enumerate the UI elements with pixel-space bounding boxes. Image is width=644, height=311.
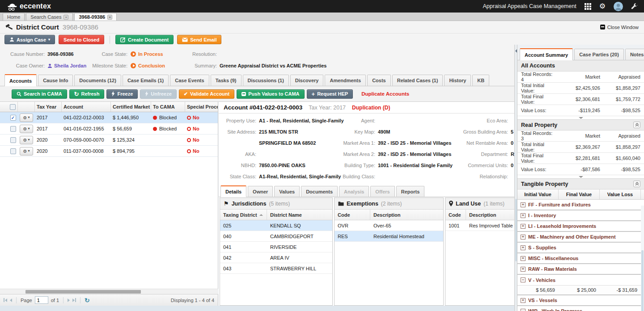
expand-icon[interactable]: + (521, 224, 525, 229)
tab-case-parties[interactable]: Case Parties (20) (574, 49, 624, 60)
account-row[interactable]: ⚙▾ 2020 070-059-000-0070 $ 125,324 No (0, 134, 218, 146)
scrollbar-thumb[interactable] (25, 290, 141, 294)
tab-documents[interactable]: Documents (12) (74, 75, 121, 86)
subtab-analysis[interactable]: Analysis (339, 186, 369, 197)
scrollbar-thumb[interactable] (515, 199, 517, 261)
wrench-icon[interactable] (631, 3, 638, 10)
row-actions-button[interactable]: ⚙▾ (20, 125, 33, 133)
col-header-tax-year[interactable]: Tax Year (35, 102, 62, 112)
col-header-value-loss[interactable]: Value Loss (600, 189, 641, 199)
expand-icon[interactable]: + (521, 245, 525, 250)
prev-page-button[interactable] (10, 298, 12, 302)
land-use-row[interactable]: 1001Res Improved Table Va (445, 220, 514, 231)
col-header-code[interactable]: Code (335, 210, 370, 220)
user-avatar[interactable] (614, 2, 623, 11)
jurisdiction-row[interactable]: 043STRAWBERRY HILL (220, 263, 332, 274)
validate-account-button[interactable]: ✔ Validate Account (179, 89, 234, 99)
exemption-row[interactable]: OVROver-65 (335, 220, 443, 231)
refresh-button[interactable]: ↻ Refresh (69, 89, 105, 99)
col-header-district-name[interactable]: District Name (267, 210, 332, 220)
last-page-button[interactable] (72, 298, 76, 302)
row-actions-button[interactable]: ⚙▾ (20, 136, 33, 144)
subtab-details[interactable]: Details (220, 185, 246, 197)
col-header-to-cama[interactable]: To CAMA (151, 102, 185, 112)
send-email-button[interactable]: Send Email (177, 35, 221, 44)
collapse-section-button[interactable] (633, 122, 640, 128)
scrollbar-thumb[interactable] (641, 250, 644, 311)
close-window-button[interactable]: Close Window (600, 25, 639, 30)
expand-icon[interactable]: + (521, 235, 525, 240)
close-tab-icon[interactable]: × (64, 15, 68, 20)
collapse-icon[interactable]: − (521, 309, 525, 311)
tab-cause-info[interactable]: Cause Info (38, 75, 73, 86)
jurisdiction-row[interactable]: 041RIVERSIDE (220, 242, 332, 252)
account-row[interactable]: ⚙▾ 2020 011-037-000-0008 $ 894,795 No (0, 146, 218, 157)
assign-case-button[interactable]: Assign Case ▾ (4, 35, 55, 44)
section-splitter[interactable] (517, 175, 644, 178)
tangible-group-vehicles[interactable]: −V - Vehicles (517, 275, 644, 286)
collapse-section-button[interactable] (633, 181, 640, 187)
wintab-case[interactable]: 3968-09386 × (74, 13, 117, 21)
expand-icon[interactable]: + (521, 256, 525, 261)
next-page-button[interactable] (68, 298, 70, 302)
row-actions-button[interactable]: ⚙▾ (20, 113, 33, 122)
section-splitter[interactable] (517, 116, 644, 119)
apps-grid-icon[interactable] (585, 3, 591, 10)
subtab-values[interactable]: Values (274, 186, 300, 197)
col-header-special[interactable]: Special Proce... (185, 102, 218, 112)
tab-case-emails[interactable]: Case Emails (1) (123, 75, 169, 86)
wintab-search-cases[interactable]: Search Cases × (26, 13, 73, 21)
jurisdiction-row[interactable]: 042AREA IV (220, 252, 332, 263)
exemption-row[interactable]: RESResidential Homestead (335, 231, 443, 242)
unfreeze-button[interactable]: Unfreeze (140, 89, 176, 99)
subtab-reports[interactable]: Reports (396, 186, 425, 197)
col-header-certified-value[interactable]: Certified Market Val... (111, 102, 151, 112)
collapse-icon[interactable]: − (521, 277, 525, 282)
settings-gear-icon[interactable]: ⚙ (599, 3, 606, 10)
col-header-taxing-district[interactable]: Taxing District (220, 210, 267, 220)
jurisdiction-row[interactable]: 040CAMBRIDGEPORT (220, 231, 332, 242)
tangible-group-li[interactable]: +LI - Leasehold Improvements (517, 221, 644, 232)
tab-accounts[interactable]: Accounts (4, 74, 37, 86)
subtab-documents[interactable]: Documents (301, 186, 338, 197)
expand-icon[interactable]: + (521, 267, 525, 272)
tab-costs[interactable]: Costs (367, 75, 391, 86)
tab-amendments[interactable]: Amendments (325, 75, 366, 86)
col-header-account[interactable]: Account (62, 102, 111, 112)
row-actions-button[interactable]: ⚙▾ (20, 147, 33, 156)
tab-case-events[interactable]: Case Events (170, 75, 209, 86)
tangible-group-i[interactable]: +I - Inventory (517, 210, 644, 221)
expand-icon[interactable]: + (521, 202, 525, 207)
first-page-button[interactable] (4, 298, 7, 302)
tab-account-summary[interactable]: Account Summary (520, 48, 573, 60)
row-checkbox[interactable] (10, 137, 16, 143)
wintab-home[interactable]: Home (3, 13, 25, 21)
jurisdiction-row[interactable]: 025KENDALL SQ (220, 220, 332, 231)
expand-icon[interactable]: + (521, 213, 525, 218)
subtab-owner[interactable]: Owner (248, 186, 273, 197)
tab-history[interactable]: History (444, 75, 471, 86)
tab-tasks[interactable]: Tasks (9) (211, 75, 242, 86)
row-checkbox[interactable] (10, 115, 16, 121)
push-values-to-cama-button[interactable]: Push Values to CAMA (237, 89, 304, 99)
tangible-group-me[interactable]: +ME - Machinery and Other Equipment (517, 232, 644, 243)
vertical-scrollbar[interactable] (641, 206, 644, 311)
row-checkbox[interactable] (10, 148, 16, 154)
account-row[interactable]: ⚙▾ 2017 041-022-012-0003 $ 1,446,950 Blo… (0, 112, 218, 123)
request-hep-button[interactable]: + Request HEP (307, 89, 353, 99)
tab-discussions[interactable]: Discussions (1) (243, 75, 289, 86)
tangible-group-ff[interactable]: +FF - Furniture and Fixtures (517, 200, 644, 210)
search-in-cama-button[interactable]: Search in CAMA (12, 89, 67, 99)
account-row[interactable]: ⚙▾ 2017 041-016-022-1955 $ 56,659 Blocke… (0, 123, 218, 134)
close-tab-icon[interactable]: × (107, 15, 112, 20)
freeze-button[interactable]: Freeze (106, 89, 138, 99)
tangible-group-vs[interactable]: +VS - Vessels (517, 295, 644, 306)
tab-discovery[interactable]: Discovery (290, 75, 324, 86)
tangible-group-wip[interactable]: −WIP - Work In Progress (517, 306, 644, 311)
col-header-initial-value[interactable]: Initial Value (517, 189, 559, 199)
tab-kb[interactable]: KB (472, 75, 489, 86)
col-header-final-value[interactable]: Final Value (559, 189, 600, 199)
panel-splitter[interactable] (514, 45, 517, 311)
tab-notes[interactable]: Notes (12) (625, 49, 644, 60)
subtab-offers[interactable]: Offers (370, 186, 394, 197)
